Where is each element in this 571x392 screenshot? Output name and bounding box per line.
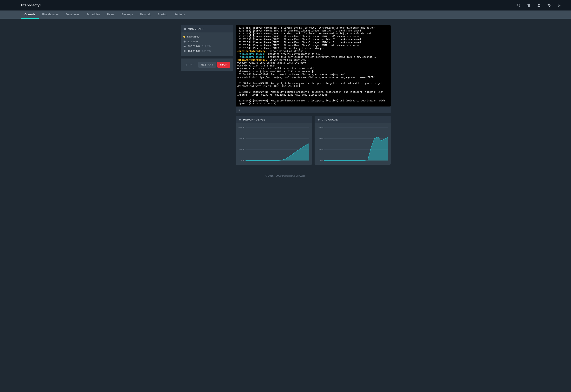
disk-row: 184.91 MB / 200 MB <box>183 50 230 53</box>
tab-databases[interactable]: Databases <box>62 11 83 19</box>
layers-icon[interactable] <box>527 3 530 7</box>
search-icon[interactable] <box>517 3 520 7</box>
right-column: [01:07:54] [Server thread/INFO]: Saving … <box>236 25 391 165</box>
cpu-value: 211.19% <box>188 40 198 43</box>
status-text: STARTING <box>187 35 200 38</box>
topbar: Pterodactyl <box>0 0 571 11</box>
memory-chart-title: MEMORY USAGE <box>243 118 265 121</box>
microchip-icon <box>183 40 186 43</box>
memory-icon <box>183 45 186 48</box>
tab-users[interactable]: Users <box>104 11 118 19</box>
server-panel: MINECRAFT STARTING 211.19% 307.02 MB / 5… <box>181 25 233 56</box>
restart-button[interactable]: RESTART <box>198 62 216 68</box>
server-icon <box>183 28 186 30</box>
memory-chart: 600Mb400Mb200Mb0Mb <box>237 126 311 163</box>
mem-used: 307.02 MB <box>188 45 200 48</box>
power-controls: START RESTART STOP <box>181 58 233 71</box>
start-button[interactable]: START <box>183 62 197 68</box>
gears-icon[interactable] <box>547 3 551 7</box>
stop-button[interactable]: STOP <box>217 62 230 68</box>
status-row: STARTING <box>183 35 230 38</box>
server-panel-header: MINECRAFT <box>181 25 233 32</box>
server-name: MINECRAFT <box>188 28 204 30</box>
logout-icon[interactable] <box>557 3 561 7</box>
mem-row: 307.02 MB / 512 MB <box>183 45 230 48</box>
command-input[interactable]: $ <box>236 107 391 113</box>
memory-icon <box>239 118 241 121</box>
brand[interactable]: Pterodactyl <box>21 3 41 7</box>
tab-backups[interactable]: Backups <box>118 11 136 19</box>
navbar: ConsoleFile ManagerDatabasesSchedulesUse… <box>0 11 571 19</box>
svg-text:300%: 300% <box>318 126 323 128</box>
cpu-chart: 300%200%100%0% <box>316 126 389 163</box>
tab-settings[interactable]: Settings <box>171 11 188 19</box>
footer: © 2015 - 2020 Pterodactyl Software <box>0 168 571 185</box>
svg-text:100%: 100% <box>318 148 323 150</box>
tab-startup[interactable]: Startup <box>154 11 171 19</box>
mem-total: 512 MB <box>202 45 211 48</box>
svg-text:0%: 0% <box>320 159 323 162</box>
tab-file-manager[interactable]: File Manager <box>39 11 62 19</box>
cpu-chart-title: CPU USAGE <box>322 118 338 121</box>
console-output[interactable]: [01:07:54] [Server thread/INFO]: Saving … <box>236 25 391 107</box>
svg-text:200Mb: 200Mb <box>238 148 244 150</box>
left-column: MINECRAFT STARTING 211.19% 307.02 MB / 5… <box>181 25 233 165</box>
cpu-chart-panel: CPU USAGE 300%200%100%0% <box>314 116 391 165</box>
memory-chart-panel: MEMORY USAGE 600Mb400Mb200Mb0Mb <box>236 116 312 165</box>
disk-total: 200 MB <box>202 50 211 53</box>
status-dot <box>183 36 185 38</box>
hdd-icon <box>183 50 186 53</box>
top-icons <box>517 3 561 7</box>
svg-text:200%: 200% <box>318 137 323 140</box>
microchip-icon <box>317 118 320 121</box>
tab-schedules[interactable]: Schedules <box>83 11 104 19</box>
cpu-row: 211.19% <box>183 40 230 43</box>
svg-text:400Mb: 400Mb <box>238 137 244 140</box>
tab-console[interactable]: Console <box>21 11 39 19</box>
disk-used: 184.91 MB <box>188 50 200 53</box>
tab-network[interactable]: Network <box>136 11 154 19</box>
svg-text:600Mb: 600Mb <box>238 126 244 128</box>
svg-text:0Mb: 0Mb <box>241 159 244 162</box>
user-icon[interactable] <box>537 3 541 7</box>
